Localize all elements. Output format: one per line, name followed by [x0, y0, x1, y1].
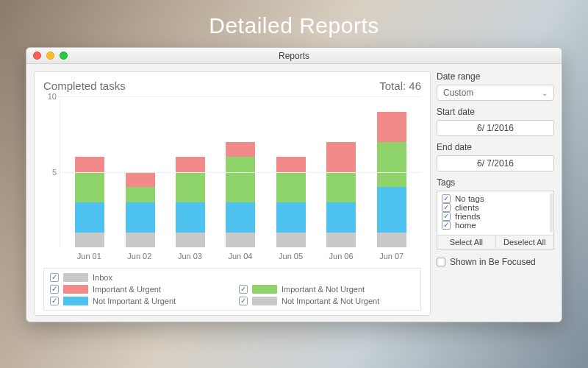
end-date-input[interactable]: 6/ 7/2016 [437, 155, 554, 171]
date-range-select[interactable]: Custom ⌄ [437, 85, 554, 101]
bar-jun-06 [326, 142, 356, 248]
x-axis: Jun 01Jun 02Jun 03Jun 04Jun 05Jun 06Jun … [43, 247, 421, 261]
x-tick-label: Jun 01 [77, 252, 101, 261]
bar-segment [75, 233, 104, 248]
x-tick-label: Jun 07 [379, 252, 404, 261]
y-tick-label: 10 [48, 92, 57, 101]
bar-segment [326, 172, 356, 202]
legend-checkbox-ninu[interactable] [239, 297, 248, 305]
bar-segment [377, 112, 406, 142]
y-axis: 510 [43, 96, 60, 247]
bar-segment [276, 157, 306, 172]
bar-segment [226, 142, 255, 158]
x-tick-label: Jun 03 [178, 252, 202, 261]
bar-segment [126, 172, 155, 188]
start-date-label: Start date [437, 107, 554, 117]
legend-checkbox-niu[interactable] [50, 297, 59, 305]
legend-swatch [252, 297, 277, 305]
tag-label: friends [455, 212, 481, 221]
bar-segment [377, 187, 406, 233]
y-tick-label: 5 [52, 168, 57, 177]
date-range-value: Custom [443, 88, 473, 98]
legend-item-inbox: Inbox [50, 273, 415, 282]
date-range-label: Date range [437, 71, 554, 82]
tag-row: No tags [442, 194, 549, 203]
x-tick-label: Jun 06 [329, 252, 354, 261]
bar-segment [75, 202, 104, 233]
tag-checkbox[interactable] [442, 221, 451, 230]
select-all-button[interactable]: Select All [437, 236, 496, 249]
legend: InboxImportant & UrgentImportant & Not U… [43, 268, 421, 311]
deselect-all-button[interactable]: Deselect All [496, 236, 554, 249]
legend-swatch [252, 285, 277, 294]
tag-row: clients [442, 203, 549, 212]
legend-checkbox-inu[interactable] [239, 285, 248, 294]
legend-swatch [63, 285, 88, 294]
tag-label: home [455, 221, 476, 230]
bar-jun-07 [377, 112, 406, 248]
shown-in-be-focused-checkbox[interactable] [437, 258, 445, 266]
bar-segment [326, 233, 356, 248]
bar-segment [226, 233, 255, 248]
bar-jun-03 [176, 157, 205, 247]
bar-segment [176, 233, 205, 248]
bar-jun-05 [276, 157, 306, 247]
legend-label: Important & Urgent [93, 285, 161, 294]
chevron-down-icon: ⌄ [542, 89, 548, 97]
grid-line [60, 96, 421, 97]
page-heading: Detailed Reports [0, 0, 588, 47]
bar-jun-02 [126, 172, 155, 248]
legend-checkbox-iu[interactable] [50, 285, 59, 294]
tag-checkbox[interactable] [442, 194, 451, 203]
bar-segment [377, 142, 406, 188]
x-tick-label: Jun 04 [228, 252, 252, 261]
bar-segment [326, 202, 356, 233]
bar-jun-04 [226, 142, 255, 248]
bar-segment [276, 172, 306, 202]
chart-panel: Completed tasks Total: 46 510 Jun 01Jun … [34, 71, 431, 316]
end-date-label: End date [437, 142, 554, 152]
x-tick-label: Jun 05 [279, 252, 303, 261]
legend-item-ninu: Not Important & Not Urgent [239, 297, 415, 305]
bar-segment [226, 157, 255, 202]
bar-segment [126, 187, 155, 202]
chart-title: Completed tasks [43, 79, 126, 92]
tag-label: clients [455, 203, 479, 212]
tag-label: No tags [455, 194, 484, 203]
tag-checkbox[interactable] [442, 203, 451, 212]
tag-row: friends [442, 212, 549, 221]
grid-line [60, 172, 421, 173]
tags-label: Tags [437, 177, 554, 188]
bar-segment [326, 142, 356, 172]
legend-checkbox-inbox[interactable] [50, 273, 59, 282]
bar-segment [75, 172, 104, 202]
legend-item-inu: Important & Not Urgent [239, 285, 415, 294]
legend-swatch [63, 297, 88, 305]
bar-segment [276, 233, 306, 248]
bar-segment [226, 202, 255, 233]
tags-box: No tagsclientsfriendshome Select All Des… [437, 191, 554, 250]
tag-checkbox[interactable] [442, 212, 451, 221]
titlebar: Reports [26, 48, 562, 64]
legend-label: Important & Not Urgent [282, 285, 365, 294]
legend-label: Not Important & Not Urgent [282, 297, 379, 305]
legend-swatch [63, 273, 88, 282]
bar-segment [377, 233, 406, 248]
shown-in-be-focused-label: Shown in Be Focused [450, 257, 536, 267]
tags-scrollbar[interactable] [550, 193, 553, 233]
legend-item-niu: Not Important & Urgent [50, 297, 226, 305]
plot-area [60, 96, 421, 247]
chart-plot: 510 [43, 96, 421, 247]
start-date-input[interactable]: 6/ 1/2016 [437, 120, 554, 136]
bar-segment [276, 202, 306, 233]
reports-window: Reports Completed tasks Total: 46 510 Ju… [26, 47, 562, 322]
bar-segment [126, 202, 155, 233]
bar-segment [126, 233, 155, 248]
tag-row: home [442, 221, 549, 230]
legend-label: Inbox [93, 273, 112, 282]
legend-label: Not Important & Urgent [93, 297, 176, 305]
bar-segment [75, 157, 104, 172]
chart-total: Total: 46 [379, 79, 421, 92]
bar-jun-01 [75, 157, 104, 247]
bar-segment [176, 172, 205, 202]
